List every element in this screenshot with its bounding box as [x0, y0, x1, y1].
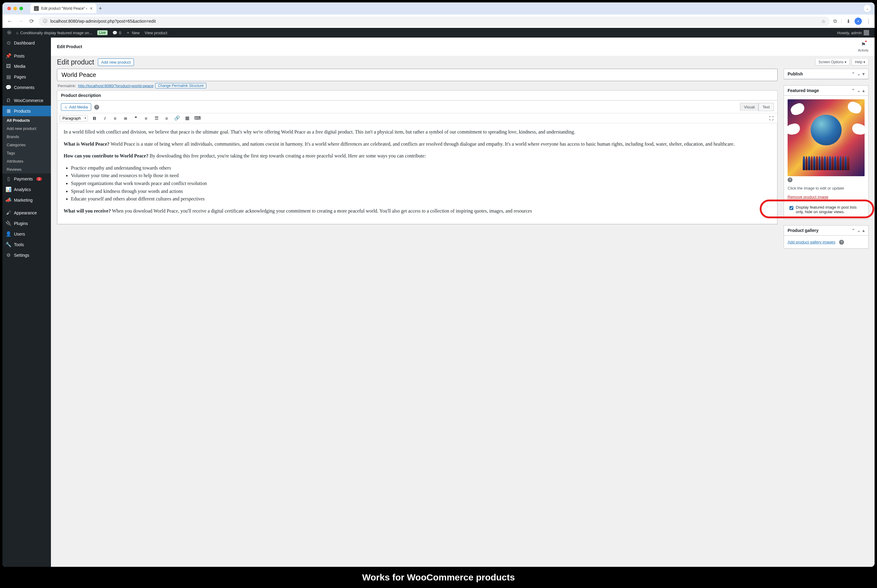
user-menu[interactable]: Howdy, admin: [837, 30, 872, 35]
checkbox-label: Display featured image in post lists onl…: [796, 205, 865, 214]
link-button[interactable]: 🔗: [173, 114, 181, 122]
align-right-button[interactable]: ≡: [163, 114, 170, 122]
profile-avatar[interactable]: •: [854, 18, 862, 25]
move-down-icon[interactable]: ⌄: [857, 228, 860, 233]
menu-media[interactable]: 🖼Media: [2, 61, 51, 72]
live-badge[interactable]: Live: [95, 30, 110, 35]
keyboard-button[interactable]: ⌨: [194, 114, 201, 122]
visual-tab[interactable]: Visual: [740, 103, 758, 111]
wp-logo-menu[interactable]: ⓦ: [5, 30, 14, 35]
tab-close-icon[interactable]: ✕: [90, 6, 93, 10]
submenu-all-products[interactable]: All Products: [2, 116, 51, 124]
add-gallery-images-link[interactable]: Add product gallery images: [788, 240, 835, 244]
move-up-icon[interactable]: ⌃: [851, 88, 855, 93]
toggle-icon[interactable]: ▴: [862, 228, 865, 233]
new-content-menu[interactable]: ＋New: [123, 30, 142, 35]
forward-button[interactable]: →: [17, 18, 24, 25]
submenu-brands[interactable]: Brands: [2, 133, 51, 141]
new-tab-button[interactable]: +: [99, 6, 102, 12]
numbered-list-button[interactable]: ≣: [122, 114, 129, 122]
users-icon: 👤: [6, 231, 12, 237]
bookmark-icon[interactable]: ☆: [821, 18, 826, 24]
media-icon: ♫: [64, 105, 67, 109]
help-button[interactable]: Help ▾: [851, 59, 868, 65]
pages-icon: ▤: [6, 74, 12, 80]
change-permalink-button[interactable]: Change Permalink Structure: [155, 83, 206, 88]
appearance-icon: 🖌: [6, 210, 12, 216]
move-down-icon[interactable]: ⌄: [857, 88, 860, 93]
move-down-icon[interactable]: ⌄: [857, 72, 860, 76]
bold-button[interactable]: B: [91, 114, 98, 122]
view-product-link[interactable]: View product: [142, 31, 170, 35]
bullet-list-button[interactable]: ≡: [111, 114, 119, 122]
back-button[interactable]: ←: [6, 18, 14, 25]
menu-settings[interactable]: ⚙Settings: [2, 250, 51, 260]
product-title-input[interactable]: [57, 69, 778, 81]
submenu-reviews[interactable]: Reviews: [2, 165, 51, 174]
help-icon[interactable]: ?: [94, 105, 99, 110]
menu-dashboard[interactable]: ⊙Dashboard: [2, 38, 51, 48]
display-featured-image-checkbox[interactable]: [790, 206, 793, 210]
menu-payments[interactable]: ▯Payments1: [2, 174, 51, 184]
toggle-icon[interactable]: ▾: [862, 72, 865, 76]
content-area: Edit Product ⚑ Activity Edit product Add…: [51, 38, 875, 567]
display-featured-image-checkbox-row[interactable]: Display featured image in post lists onl…: [788, 204, 865, 215]
text-tab[interactable]: Text: [758, 103, 774, 111]
help-icon[interactable]: ?: [788, 177, 793, 182]
browser-tab[interactable]: ⌂ Edit product "World Peace" ‹ ✕: [30, 4, 96, 14]
format-select[interactable]: Paragraph: [60, 115, 88, 122]
help-icon[interactable]: ?: [839, 240, 844, 244]
menu-tools[interactable]: 🔧Tools: [2, 239, 51, 250]
menu-marketing[interactable]: 📣Marketing: [2, 195, 51, 205]
tabs-dropdown-button[interactable]: ⌄: [863, 5, 871, 12]
submenu-tags[interactable]: Tags: [2, 149, 51, 157]
menu-products[interactable]: ⊞Products: [2, 106, 51, 116]
menu-analytics[interactable]: 📊Analytics: [2, 184, 51, 195]
move-up-icon[interactable]: ⌃: [851, 72, 855, 76]
screen-options-button[interactable]: Screen Options ▾: [815, 59, 850, 65]
toggle-icon[interactable]: ▴: [862, 88, 865, 93]
toolbar-separator: |: [841, 18, 842, 24]
menu-comments[interactable]: 💬Comments: [2, 82, 51, 93]
submenu-add-new-product[interactable]: Add new product: [2, 124, 51, 133]
address-bar[interactable]: ⓘ localhost:8080/wp-admin/post.php?post=…: [39, 16, 830, 26]
submenu-categories[interactable]: Categories: [2, 141, 51, 149]
insert-more-button[interactable]: ▦: [184, 114, 191, 122]
menu-plugins[interactable]: 🔌Plugins: [2, 218, 51, 229]
italic-button[interactable]: I: [101, 114, 108, 122]
wordpress-icon: ⓦ: [7, 30, 11, 35]
menu-appearance[interactable]: 🖌Appearance: [2, 208, 51, 218]
browser-tab-bar: ⌂ Edit product "World Peace" ‹ ✕ + ⌄: [2, 2, 875, 15]
blockquote-button[interactable]: ❝: [132, 114, 139, 122]
site-info-icon[interactable]: ⓘ: [43, 18, 47, 24]
url-text: localhost:8080/wp-admin/post.php?post=65…: [50, 19, 818, 24]
comments-menu[interactable]: 💬0: [110, 31, 123, 35]
permalink-link[interactable]: http://localhost:8080/?product=world-pea…: [78, 84, 153, 88]
submenu-attributes[interactable]: Attributes: [2, 157, 51, 165]
close-window-button[interactable]: [7, 7, 11, 10]
activity-button[interactable]: ⚑ Activity: [858, 41, 868, 52]
downloads-icon[interactable]: ⬇: [846, 18, 850, 24]
menu-woocommerce[interactable]: ᕠWooCommerce: [2, 95, 51, 106]
permalink-label: Permalink:: [57, 84, 76, 88]
editor-content[interactable]: In a world filled with conflict and divi…: [57, 123, 777, 224]
minimize-window-button[interactable]: [14, 7, 17, 10]
menu-posts[interactable]: 📌Posts: [2, 51, 51, 61]
featured-image-thumbnail[interactable]: [788, 99, 865, 176]
site-name-menu[interactable]: ⌂Conditionally display featured image on…: [14, 31, 95, 35]
align-left-button[interactable]: ≡: [143, 114, 150, 122]
menu-icon[interactable]: ⋮: [866, 18, 871, 24]
reload-button[interactable]: ⟳: [28, 18, 35, 25]
maximize-window-button[interactable]: [20, 7, 23, 10]
extensions-icon[interactable]: ⧉: [833, 18, 837, 24]
menu-users[interactable]: 👤Users: [2, 229, 51, 239]
flag-icon: ⚑: [861, 41, 866, 48]
move-up-icon[interactable]: ⌃: [851, 228, 855, 233]
fullscreen-button[interactable]: ⛶: [767, 114, 775, 122]
add-media-button[interactable]: ♫Add Media: [61, 103, 91, 111]
remove-product-image-link[interactable]: Remove product image: [788, 195, 828, 199]
menu-pages[interactable]: ▤Pages: [2, 72, 51, 82]
pin-icon: 📌: [6, 53, 12, 59]
add-new-product-button[interactable]: Add new product: [98, 58, 134, 66]
align-center-button[interactable]: ☰: [153, 114, 160, 122]
